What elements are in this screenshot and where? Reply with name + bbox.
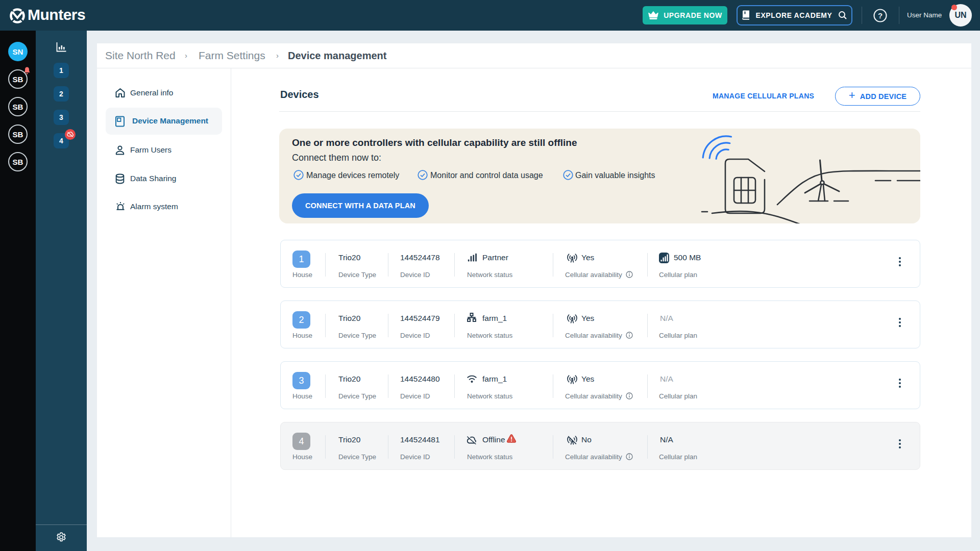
svg-text:?: ? xyxy=(878,11,883,20)
